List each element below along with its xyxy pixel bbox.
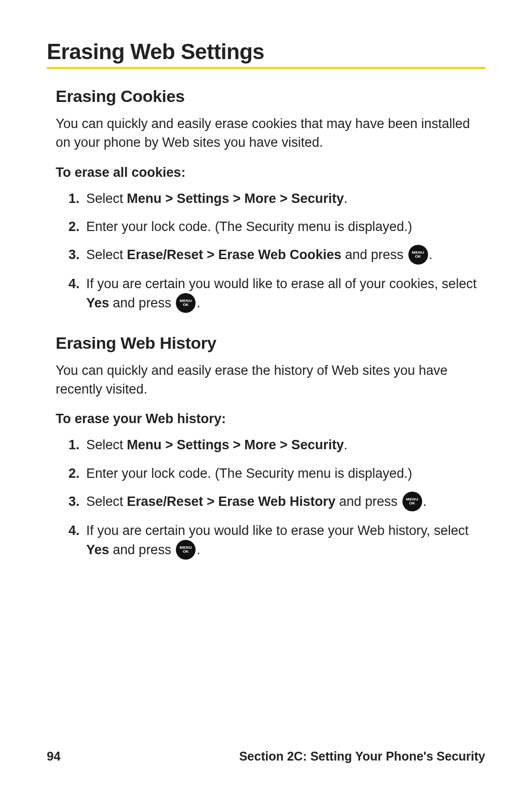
- step: Select Menu > Settings > More > Security…: [68, 435, 485, 455]
- step: Select Erase/Reset > Erase Web Cookies a…: [68, 245, 485, 266]
- intro-history: You can quickly and easily erase the his…: [56, 362, 485, 399]
- intro-cookies: You can quickly and easily erase cookies…: [56, 115, 485, 152]
- section-erasing-cookies: Erasing Cookies You can quickly and easi…: [47, 87, 485, 561]
- procedure-label-history: To erase your Web history:: [56, 411, 485, 427]
- step: Select Menu > Settings > More > Security…: [68, 189, 485, 208]
- page-footer: 94 Section 2C: Setting Your Phone's Secu…: [0, 749, 532, 764]
- step: If you are certain you would like to era…: [68, 274, 485, 314]
- procedure-label-cookies: To erase all cookies:: [56, 165, 485, 180]
- menu-ok-icon: MENUOK: [176, 540, 196, 560]
- step: If you are certain you would like to era…: [68, 521, 485, 561]
- page-title: Erasing Web Settings: [47, 39, 485, 69]
- menu-ok-icon: MENUOK: [176, 293, 196, 313]
- page-number: 94: [47, 749, 61, 764]
- menu-ok-icon: MENUOK: [408, 245, 428, 265]
- step: Enter your lock code. (The Security menu…: [68, 464, 485, 483]
- subhead-cookies: Erasing Cookies: [56, 87, 485, 106]
- step: Select Erase/Reset > Erase Web History a…: [68, 492, 485, 512]
- section-label: Section 2C: Setting Your Phone's Securit…: [239, 749, 485, 764]
- steps-history: Select Menu > Settings > More > Security…: [56, 435, 485, 560]
- step: Enter your lock code. (The Security menu…: [68, 217, 485, 236]
- steps-cookies: Select Menu > Settings > More > Security…: [56, 189, 485, 314]
- menu-ok-icon: MENUOK: [402, 492, 422, 511]
- subhead-history: Erasing Web History: [56, 333, 485, 353]
